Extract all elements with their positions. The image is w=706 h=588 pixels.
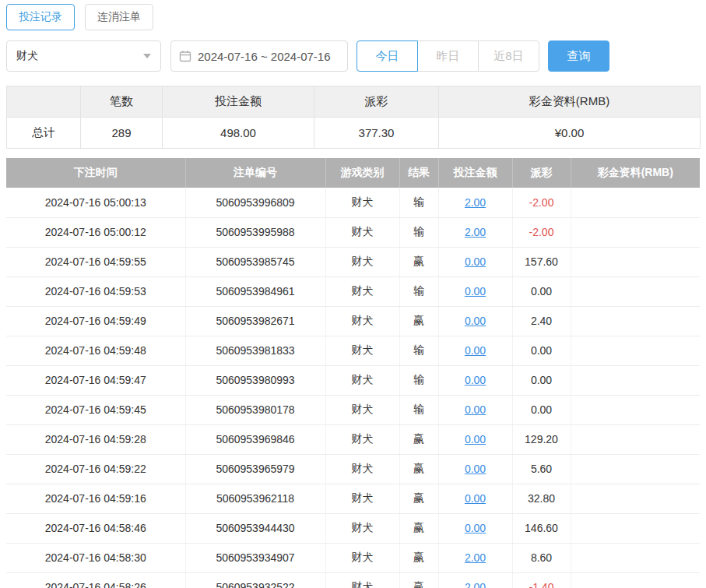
cell-bet-amount: 0.00 bbox=[438, 247, 512, 276]
table-row: 2024-07-16 04:59:55 5060953985745 财犬 赢 0… bbox=[6, 247, 700, 276]
cell-result: 输 bbox=[399, 217, 438, 247]
chevron-down-icon bbox=[143, 54, 151, 58]
cell-bet-amount: 0.00 bbox=[438, 513, 512, 543]
header-bet-time: 下注时间 bbox=[6, 158, 185, 188]
cell-bet-time: 2024-07-16 05:00:12 bbox=[6, 217, 185, 247]
bet-amount-link[interactable]: 0.00 bbox=[465, 522, 486, 534]
header-game-type: 游戏类别 bbox=[325, 158, 399, 188]
cell-order-number: 5060953995988 bbox=[185, 217, 325, 247]
cell-result: 赢 bbox=[399, 513, 438, 543]
cell-bonus bbox=[571, 306, 700, 336]
cell-result: 输 bbox=[399, 336, 438, 365]
cell-bet-amount: 2.00 bbox=[438, 543, 512, 572]
game-select-value: 财犬 bbox=[16, 49, 38, 63]
summary-total-row: 总计 289 498.00 377.30 ¥0.00 bbox=[7, 118, 701, 149]
cell-payout: 146.60 bbox=[512, 513, 571, 543]
bet-amount-link[interactable]: 2.00 bbox=[465, 581, 486, 588]
table-row: 2024-07-16 04:59:45 5060953980178 财犬 输 0… bbox=[6, 395, 700, 424]
cell-bet-time: 2024-07-16 04:59:53 bbox=[6, 276, 185, 306]
table-row: 2024-07-16 04:58:30 5060953934907 财犬 赢 2… bbox=[6, 543, 700, 572]
search-button[interactable]: 查询 bbox=[548, 40, 609, 72]
cell-order-number: 5060953969846 bbox=[185, 424, 325, 454]
cell-game-type: 财犬 bbox=[325, 188, 399, 217]
cell-bonus bbox=[571, 513, 700, 543]
last-8-days-button[interactable]: 近8日 bbox=[478, 40, 539, 72]
cell-game-type: 财犬 bbox=[325, 513, 399, 543]
cell-result: 赢 bbox=[399, 484, 438, 513]
cell-game-type: 财犬 bbox=[325, 217, 399, 247]
game-select[interactable]: 财犬 bbox=[6, 40, 161, 72]
cell-bet-time: 2024-07-16 05:00:13 bbox=[6, 188, 185, 217]
cell-payout: 0.00 bbox=[512, 395, 571, 424]
summary-header-payout: 派彩 bbox=[314, 86, 439, 118]
cell-bonus bbox=[571, 247, 700, 276]
table-row: 2024-07-16 04:59:28 5060953969846 财犬 赢 0… bbox=[6, 424, 700, 454]
bet-amount-link[interactable]: 0.00 bbox=[465, 344, 486, 357]
tab-betting-records[interactable]: 投注记录 bbox=[6, 4, 75, 30]
cell-payout: 8.60 bbox=[512, 543, 571, 572]
cell-game-type: 财犬 bbox=[325, 336, 399, 365]
cell-game-type: 财犬 bbox=[325, 454, 399, 484]
tab-cancelled-orders[interactable]: 连消注单 bbox=[85, 4, 153, 30]
cell-bet-time: 2024-07-16 04:59:49 bbox=[6, 306, 185, 336]
cell-order-number: 5060953982671 bbox=[185, 306, 325, 336]
summary-header-count: 笔数 bbox=[81, 86, 163, 118]
bet-amount-link[interactable]: 0.00 bbox=[465, 463, 486, 475]
cell-result: 赢 bbox=[399, 454, 438, 484]
cell-game-type: 财犬 bbox=[325, 395, 399, 424]
cell-order-number: 5060953980178 bbox=[185, 395, 325, 424]
cell-bet-amount: 0.00 bbox=[438, 395, 512, 424]
cell-bet-amount: 2.00 bbox=[438, 572, 512, 588]
cell-bonus bbox=[571, 365, 700, 395]
cell-result: 输 bbox=[399, 276, 438, 306]
filter-bar: 财犬 2024-07-16 ~ 2024-07-16 今日 昨日 近8日 查询 bbox=[6, 40, 700, 72]
cell-result: 赢 bbox=[399, 247, 438, 276]
cell-bet-time: 2024-07-16 04:59:48 bbox=[6, 336, 185, 365]
bet-amount-link[interactable]: 2.00 bbox=[465, 226, 486, 238]
cell-order-number: 5060953962118 bbox=[185, 484, 325, 513]
table-row: 2024-07-16 04:59:49 5060953982671 财犬 赢 0… bbox=[6, 306, 700, 336]
header-bonus: 彩金资料(RMB) bbox=[571, 158, 700, 188]
bet-amount-link[interactable]: 0.00 bbox=[465, 255, 486, 268]
table-row: 2024-07-16 05:00:12 5060953995988 财犬 输 2… bbox=[6, 217, 700, 247]
yesterday-button[interactable]: 昨日 bbox=[417, 40, 479, 72]
table-row: 2024-07-16 04:59:47 5060953980993 财犬 输 0… bbox=[6, 365, 700, 395]
betting-records-page: 投注记录 连消注单 财犬 2024-07-16 ~ 2024-07-16 今日 … bbox=[0, 0, 706, 588]
cell-bet-amount: 0.00 bbox=[438, 454, 512, 484]
bet-amount-link[interactable]: 2.00 bbox=[465, 196, 486, 209]
cell-order-number: 5060953985745 bbox=[185, 247, 325, 276]
cell-payout: 0.00 bbox=[512, 365, 571, 395]
cell-order-number: 5060953984961 bbox=[185, 276, 325, 306]
table-row: 2024-07-16 04:58:46 5060953944430 财犬 赢 0… bbox=[6, 513, 700, 543]
cell-bonus bbox=[571, 424, 700, 454]
bet-amount-link[interactable]: 0.00 bbox=[465, 374, 486, 386]
cell-bonus bbox=[571, 188, 700, 217]
cell-bonus bbox=[571, 454, 700, 484]
today-button[interactable]: 今日 bbox=[357, 40, 418, 72]
bet-amount-link[interactable]: 0.00 bbox=[465, 315, 486, 327]
cell-payout: -2.00 bbox=[512, 188, 571, 217]
cell-result: 输 bbox=[399, 188, 438, 217]
bet-amount-link[interactable]: 0.00 bbox=[465, 403, 486, 416]
bet-records-table: 下注时间 注单编号 游戏类别 结果 投注金额 派彩 彩金资料(RMB) 2024… bbox=[6, 158, 700, 588]
cell-bet-time: 2024-07-16 04:59:55 bbox=[6, 247, 185, 276]
table-row: 2024-07-16 04:59:16 5060953962118 财犬 赢 0… bbox=[6, 484, 700, 513]
summary-total-count: 289 bbox=[81, 118, 163, 149]
cell-bet-amount: 0.00 bbox=[438, 424, 512, 454]
cell-order-number: 5060953934907 bbox=[185, 543, 325, 572]
cell-payout: 129.20 bbox=[512, 424, 571, 454]
bet-amount-link[interactable]: 2.00 bbox=[465, 551, 486, 564]
header-bet-amount: 投注金额 bbox=[438, 158, 512, 188]
cell-game-type: 财犬 bbox=[325, 424, 399, 454]
cell-order-number: 5060953932522 bbox=[185, 572, 325, 588]
table-row: 2024-07-16 05:00:13 5060953996809 财犬 输 2… bbox=[6, 188, 700, 217]
date-range-input[interactable]: 2024-07-16 ~ 2024-07-16 bbox=[170, 40, 348, 72]
bet-amount-link[interactable]: 0.00 bbox=[465, 433, 486, 445]
bet-amount-link[interactable]: 0.00 bbox=[465, 285, 486, 298]
bet-amount-link[interactable]: 0.00 bbox=[465, 492, 486, 505]
cell-bet-time: 2024-07-16 04:59:47 bbox=[6, 365, 185, 395]
cell-bet-amount: 0.00 bbox=[438, 306, 512, 336]
cell-game-type: 财犬 bbox=[325, 306, 399, 336]
cell-result: 输 bbox=[399, 395, 438, 424]
date-range-value: 2024-07-16 ~ 2024-07-16 bbox=[198, 50, 331, 63]
